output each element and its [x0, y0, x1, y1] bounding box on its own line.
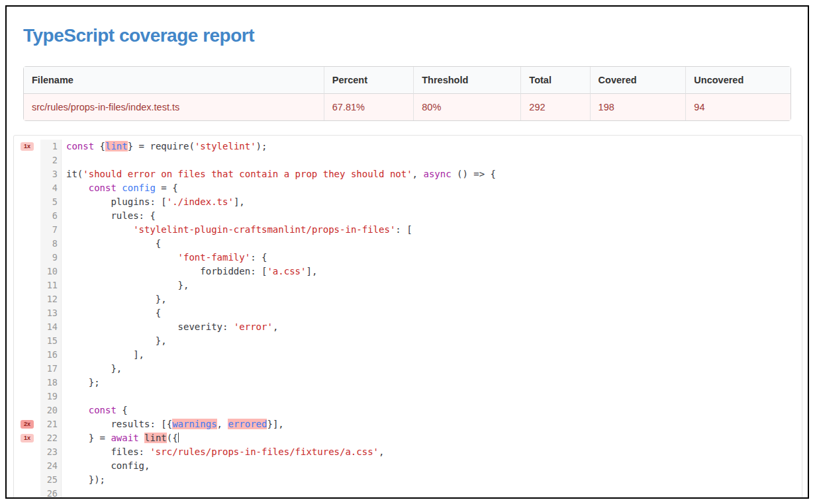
- code-line-text: const {lint} = require('stylelint');: [62, 140, 267, 153]
- code-line-text: const config = {: [62, 181, 178, 195]
- filename-link[interactable]: src/rules/props-in-files/index.test.ts: [32, 102, 179, 112]
- column-header-percent: Percent: [324, 67, 413, 94]
- badge-column: [14, 320, 40, 334]
- column-header-threshold: Threshold: [413, 67, 520, 94]
- badge-column: [14, 292, 40, 306]
- code-line-text: 'stylelint-plugin-craftsmanlint/props-in…: [62, 223, 412, 237]
- badge-column: [14, 181, 40, 195]
- code-line-text: 'font-family': {: [62, 251, 267, 265]
- header-row: FilenamePercentThresholdTotalCoveredUnco…: [24, 67, 791, 94]
- badge-column: [14, 334, 40, 348]
- line-number: 4: [40, 181, 62, 195]
- code-line: 20 const {: [14, 403, 802, 417]
- badge-column: [14, 167, 40, 181]
- line-number: 13: [40, 306, 62, 320]
- code-line-text: forbidden: ['a.css'],: [62, 265, 317, 278]
- code-line: 1x22 } = await lint({: [14, 431, 802, 445]
- line-number: 10: [40, 265, 62, 278]
- badge-column: 1x: [14, 431, 40, 445]
- code-line-text: });: [62, 473, 105, 487]
- line-number: 12: [40, 292, 62, 306]
- code-line: 14 severity: 'error',: [14, 320, 802, 334]
- badge-column: [14, 459, 40, 473]
- badge-column: [14, 362, 40, 376]
- code-line-text: it('should error on files that contain a…: [62, 167, 496, 181]
- code-line-text: plugins: ['./index.ts'],: [62, 195, 245, 209]
- line-number: 20: [40, 403, 62, 417]
- page-title: TypeScript coverage report: [23, 25, 791, 46]
- line-number: 24: [40, 459, 62, 473]
- line-number: 3: [40, 167, 62, 181]
- code-line: 23 files: 'src/rules/props-in-files/fixt…: [14, 445, 802, 459]
- filename-cell: src/rules/props-in-files/index.test.ts: [24, 94, 324, 120]
- column-header-filename: Filename: [24, 67, 324, 94]
- badge-column: [14, 445, 40, 459]
- badge-column: [14, 265, 40, 278]
- code-line-text: config,: [62, 459, 150, 473]
- code-line: 3it('should error on files that contain …: [14, 167, 802, 181]
- code-line: 17 },: [14, 362, 802, 376]
- code-line-text: };: [62, 376, 100, 390]
- report-page: TypeScript coverage report FilenamePerce…: [5, 5, 809, 499]
- code-line-text: },: [62, 334, 167, 348]
- line-number: 21: [40, 417, 62, 431]
- code-line-text: severity: 'error',: [62, 320, 278, 334]
- code-line: 19: [14, 390, 802, 403]
- code-line: 7 'stylelint-plugin-craftsmanlint/props-…: [14, 223, 802, 237]
- line-number: 8: [40, 237, 62, 251]
- line-number: 23: [40, 445, 62, 459]
- code-line-text: results: [{warnings, errored}],: [62, 417, 284, 431]
- line-number: 17: [40, 362, 62, 376]
- table-row: src/rules/props-in-files/index.test.ts67…: [24, 94, 791, 120]
- code-line: 11 },: [14, 278, 802, 292]
- code-line-text: [62, 153, 66, 167]
- code-line-text: const {: [62, 403, 128, 417]
- badge-column: [14, 153, 40, 167]
- code-line: 16 ],: [14, 348, 802, 362]
- line-number: 6: [40, 209, 62, 223]
- badge-column: [14, 376, 40, 390]
- code-line: 26: [14, 487, 802, 499]
- badge-column: [14, 487, 40, 499]
- badge-column: [14, 403, 40, 417]
- coverage-count-badge: 1x: [21, 434, 34, 442]
- code-line: 2x21 results: [{warnings, errored}],: [14, 417, 802, 431]
- code-line: 9 'font-family': {: [14, 251, 802, 265]
- line-number: 16: [40, 348, 62, 362]
- coverage-table-head: FilenamePercentThresholdTotalCoveredUnco…: [24, 67, 791, 94]
- code-line-text: files: 'src/rules/props-in-files/fixture…: [62, 445, 384, 459]
- line-number: 11: [40, 278, 62, 292]
- badge-column: [14, 278, 40, 292]
- code-line-text: [62, 390, 66, 403]
- badge-column: [14, 348, 40, 362]
- badge-column: [14, 251, 40, 265]
- badge-column: [14, 473, 40, 487]
- code-line-text: },: [62, 292, 167, 306]
- code-line: 1x1const {lint} = require('stylelint');: [14, 140, 802, 153]
- line-number: 18: [40, 376, 62, 390]
- code-line: 2: [14, 153, 802, 167]
- code-line: 12 },: [14, 292, 802, 306]
- code-line: 8 {: [14, 237, 802, 251]
- report-content: TypeScript coverage report FilenamePerce…: [7, 7, 808, 121]
- line-number: 15: [40, 334, 62, 348]
- coverage-table-body: src/rules/props-in-files/index.test.ts67…: [24, 94, 791, 120]
- column-header-uncovered: Uncovered: [685, 67, 791, 94]
- code-line: 24 config,: [14, 459, 802, 473]
- badge-column: [14, 390, 40, 403]
- column-header-total: Total: [520, 67, 589, 94]
- badge-column: [14, 195, 40, 209]
- badge-column: 2x: [14, 417, 40, 431]
- code-line-text: rules: {: [62, 209, 156, 223]
- line-number: 22: [40, 431, 62, 445]
- badge-column: [14, 209, 40, 223]
- code-line-text: } = await lint({: [62, 431, 179, 445]
- coverage-count-badge: 1x: [21, 142, 34, 151]
- code-line-text: ],: [62, 348, 144, 362]
- code-line: 18 };: [14, 376, 802, 390]
- code-line: 4 const config = {: [14, 181, 802, 195]
- code-line: 10 forbidden: ['a.css'],: [14, 265, 802, 278]
- line-number: 1: [40, 140, 62, 153]
- code-line-text: },: [62, 362, 122, 376]
- code-line-text: {: [62, 306, 161, 320]
